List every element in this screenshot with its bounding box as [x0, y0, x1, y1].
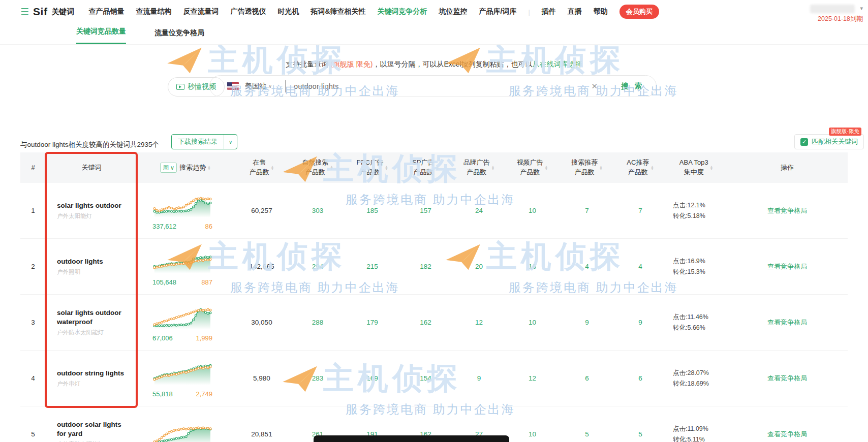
- natural-count: 294: [290, 263, 346, 270]
- search-input[interactable]: outdoor lights: [294, 82, 591, 90]
- view-competition-link[interactable]: 查看竞争格局: [767, 430, 807, 438]
- keywords-table: # 关键词 周 ∨ 搜索趋势 ▲▼ 在售产品数▲▼ 自然搜索产品数▲▼ PPC广…: [20, 152, 848, 442]
- view-competition-link[interactable]: 查看竞争格局: [767, 207, 807, 214]
- aba-conversion: 转化:15.3%: [673, 267, 727, 277]
- keyword-cell: solar lights outdoor 户外太阳能灯: [46, 201, 137, 220]
- keyword-text: outdoor string lights: [57, 369, 131, 378]
- nav-item-4[interactable]: 时光机: [277, 7, 299, 16]
- download-results-button[interactable]: 下载搜索结果 ∨: [171, 134, 237, 149]
- brand-count: 24: [452, 207, 506, 214]
- keyword-translation: 户外太阳能灯: [57, 212, 131, 220]
- onsale-count: 60,257: [234, 207, 290, 214]
- user-menu-caret-icon[interactable]: ▾: [860, 5, 863, 12]
- sort-icon[interactable]: ▲▼: [599, 165, 602, 170]
- tab-0[interactable]: 关键词竞品数量: [76, 27, 126, 44]
- col-action: 操作: [727, 163, 848, 173]
- marketplace-select[interactable]: 美国站: [245, 82, 266, 91]
- trend-low-value: 55,818: [152, 390, 173, 398]
- logo-text: Sif: [33, 6, 47, 18]
- nav-secondary-item-0[interactable]: 插件: [542, 7, 556, 16]
- keyword-cell: outdoor solar lights for yard 户外庭院太阳能灯: [46, 420, 137, 442]
- trend-low-value: 105,648: [152, 278, 176, 286]
- checkbox-checked-icon[interactable]: ✓: [800, 138, 808, 146]
- sort-icon[interactable]: ▲▼: [271, 165, 274, 170]
- table-row: 2 outdoor lights 户外照明 105,648 887 142,66…: [20, 239, 848, 295]
- table-header: # 关键词 周 ∨ 搜索趋势 ▲▼ 在售产品数▲▼ 自然搜索产品数▲▼ PPC广…: [20, 152, 848, 183]
- keyword-text: solar lights outdoor: [57, 201, 131, 210]
- col-rec: 搜索推荐产品数▲▼: [559, 158, 615, 177]
- app-logo[interactable]: ☰ Sif 关键词: [20, 6, 74, 18]
- nav-item-1[interactable]: 查流量结构: [136, 7, 171, 16]
- action-cell: 查看竞争格局: [727, 430, 848, 439]
- col-keyword: 关键词: [46, 163, 137, 173]
- clear-input-icon[interactable]: ✕: [591, 82, 598, 91]
- nav-item-7[interactable]: 坑位监控: [439, 7, 468, 16]
- sort-icon[interactable]: ▲▼: [545, 165, 548, 170]
- view-competition-link[interactable]: 查看竞争格局: [767, 319, 807, 326]
- trend-cell: 55,818 2,749: [137, 359, 234, 398]
- match-related-keywords-toggle[interactable]: 旗舰版·限免 ✓ 匹配相关关键词: [794, 134, 864, 149]
- nav-secondary-item-2[interactable]: 帮助: [594, 7, 608, 16]
- trend-period-select[interactable]: 周 ∨: [160, 163, 177, 173]
- trend-sparkline: [152, 419, 212, 442]
- trend-period-value: 周: [163, 164, 169, 172]
- col-ac: AC推荐产品数▲▼: [615, 158, 666, 177]
- rec-count: 6: [559, 374, 615, 382]
- sort-icon[interactable]: ▲▼: [436, 165, 439, 170]
- keyword-text: solar lights outdoor waterproof: [57, 308, 131, 326]
- aba-conversion: 转化:5.66%: [673, 323, 727, 333]
- tip-middle: ，以逗号分隔，可以从Excel按列复制粘贴，也可以: [373, 60, 532, 68]
- sp-count: 157: [399, 207, 452, 214]
- nav-item-8[interactable]: 产品库/词库: [479, 7, 517, 16]
- nav-secondary-item-1[interactable]: 直播: [568, 7, 582, 16]
- table-row: 3 solar lights outdoor waterproof 户外防水太阳…: [20, 295, 848, 351]
- sort-icon[interactable]: ▲▼: [207, 165, 210, 170]
- sort-icon[interactable]: ▲▼: [710, 165, 713, 170]
- natural-count: 288: [290, 319, 346, 326]
- nav-item-0[interactable]: 查产品销量: [88, 7, 124, 16]
- sort-icon[interactable]: ▲▼: [491, 165, 494, 170]
- ppc-count: 169: [346, 374, 399, 382]
- row-index: 3: [20, 319, 46, 326]
- ac-count: 9: [615, 319, 666, 326]
- action-cell: 查看竞争格局: [727, 374, 848, 383]
- ac-count: 7: [615, 207, 666, 214]
- col-natural: 自然搜索产品数▲▼: [290, 158, 346, 177]
- trend-values: 337,612 86: [152, 223, 212, 230]
- nav-item-3[interactable]: 广告透视仪: [230, 7, 266, 16]
- sort-icon[interactable]: ▲▼: [650, 165, 654, 170]
- brand-count: 12: [452, 319, 506, 326]
- aba-conversion: 转化:5.18%: [673, 211, 727, 222]
- nav-item-2[interactable]: 反查流量词: [183, 7, 219, 16]
- marketplace-caret-icon[interactable]: ∨: [268, 83, 272, 89]
- keyword-translation: 户外庭院太阳能灯: [57, 440, 131, 442]
- tab-1[interactable]: 流量位竞争格局: [154, 28, 204, 44]
- view-competition-link[interactable]: 查看竞争格局: [767, 374, 807, 382]
- aba-cell: 点击:11.09% 转化:5.11%: [666, 424, 727, 442]
- col-brand: 品牌广告产品数▲▼: [452, 158, 506, 177]
- video-count: 12: [506, 374, 559, 382]
- search-bar: 美国站 ∨ outdoor lights ✕ 搜 索: [209, 75, 657, 97]
- bottom-scrollbar[interactable]: [314, 435, 509, 442]
- nav-item-5[interactable]: 拓词&筛查相关性: [311, 7, 365, 16]
- member-purchase-button[interactable]: 会员购买: [619, 5, 659, 19]
- onsale-count: 5,980: [234, 374, 290, 382]
- download-caret-icon[interactable]: ∨: [224, 135, 237, 149]
- download-label: 下载搜索结果: [172, 137, 224, 146]
- search-button[interactable]: 搜 索: [621, 81, 644, 91]
- hamburger-icon[interactable]: ☰: [20, 6, 29, 18]
- flagship-free-badge: 旗舰版·限免: [829, 128, 861, 136]
- natural-count: 303: [290, 207, 346, 214]
- online-wordbank-link[interactable]: 从在线词库选择: [533, 60, 582, 68]
- aba-click: 点击:12.1%: [673, 200, 727, 211]
- trend-sparkline: [152, 303, 212, 334]
- view-competition-link[interactable]: 查看竞争格局: [767, 263, 807, 270]
- keyword-text: outdoor solar lights for yard: [57, 420, 131, 438]
- ac-count: 6: [615, 374, 666, 382]
- sort-icon[interactable]: ▲▼: [330, 165, 333, 170]
- nav-item-6[interactable]: 关键词竞争分析: [378, 7, 427, 16]
- trend-low-value: 67,006: [152, 334, 173, 342]
- logo-suffix: 关键词: [51, 7, 74, 17]
- sort-icon[interactable]: ▲▼: [385, 165, 388, 170]
- user-avatar[interactable]: [810, 5, 855, 13]
